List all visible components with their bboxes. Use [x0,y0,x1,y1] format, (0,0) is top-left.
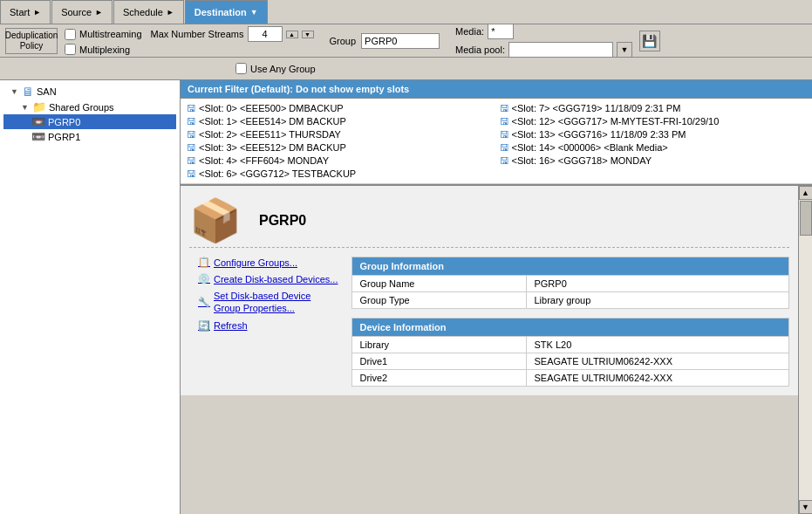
dedup-policy-button[interactable]: Deduplication Policy [5,28,58,54]
max-streams-input[interactable]: 4 [248,26,283,42]
list-item: 🖫 <Slot: 6> <GGG712> TESTBACKUP [184,168,496,180]
scrollbar-vertical[interactable]: ▲ ▼ [798,186,812,514]
drive2-label: Drive2 [352,370,527,387]
device-info-header: Device Information [352,319,789,337]
table-row: Drive2 SEAGATE ULTRIUM06242-XXX [352,370,789,387]
list-item: 🖫 <Slot: 12> <GGG717> M-MYTEST-FRI-10/29… [497,115,809,127]
slots-grid: 🖫 <Slot: 0> <EEE500> DMBACKUP 🖫 <Slot: 7… [181,99,812,184]
tree-item-pgrp1[interactable]: 📼 PGRP1 [3,129,176,144]
table-row: Drive1 SEAGATE ULTRIUM06242-XXX [352,353,789,370]
pgrp1-icon: 📼 [31,130,45,143]
group-type-value: Library group [527,292,789,309]
save-icon[interactable]: 💾 [639,31,660,51]
group-type-label: Group Type [352,292,527,309]
drive2-value: SEAGATE ULTRIUM06242-XXX [527,370,789,387]
scrollbar-up-button[interactable]: ▲ [799,186,813,200]
multiplexing-label: Multiplexing [79,45,130,55]
list-item: 🖫 <Slot: 1> <EEE514> DM BACKUP [184,115,496,127]
pgrp0-label: PGRP0 [48,117,80,127]
group-label: Group [330,36,357,46]
tab-source-label: Source [61,7,92,17]
create-disk-icon: 💿 [198,273,210,284]
group-input[interactable] [361,33,440,49]
slot-icon: 🖫 [500,155,509,166]
refresh-icon: 🔄 [198,320,210,332]
group-detail-panel: 📦 PGRP0 📋 Configure Groups... 💿 [181,186,798,514]
configure-groups-link[interactable]: 📋 Configure Groups... [198,257,338,268]
scrollbar-track[interactable] [799,200,813,500]
list-item [497,168,809,180]
group-info-table: Group Information Group Name PGRP0 Group… [351,257,789,309]
list-item: 🖫 <Slot: 0> <EEE500> DMBACKUP [184,102,496,114]
tab-destination-arrow: ▼ [250,8,258,17]
use-any-group-checkbox[interactable] [235,63,247,74]
tab-destination[interactable]: Destination ▼ [185,0,268,24]
tab-source[interactable]: Source ► [51,0,113,24]
list-item: 🖫 <Slot: 2> <EEE511> THURSDAY [184,128,496,140]
filter-bar: Current Filter (Default): Do not show em… [181,80,812,99]
slot-icon: 🖫 [187,155,196,166]
refresh-link[interactable]: 🔄 Refresh [198,320,338,332]
shared-groups-expand-icon: ▼ [21,103,30,112]
tab-destination-label: Destination [194,7,247,17]
pgrp0-icon: 📼 [31,115,45,128]
tab-source-arrow: ► [95,8,103,17]
media-pool-input[interactable] [508,42,613,58]
tab-start-arrow: ► [33,8,41,17]
group-name-value: PGRP0 [527,276,789,292]
configure-groups-icon: 📋 [198,257,210,268]
use-any-group-label: Use Any Group [250,64,316,74]
multistreaming-label: Multistreaming [79,29,142,39]
list-item: 🖫 <Slot: 4> <FFF604> MONDAY [184,154,496,167]
tab-start[interactable]: Start ► [0,0,51,24]
san-expand-icon: ▼ [10,87,19,96]
list-item: 🖫 <Slot: 3> <EEE512> DM BACKUP [184,141,496,154]
san-icon: 🖥 [22,85,34,99]
device-info-table: Device Information Library STK L20 Drive… [351,318,789,387]
tree-item-pgrp0[interactable]: 📼 PGRP0 [3,114,176,129]
group-detail-icon: 📦 [189,200,242,242]
library-value: STK L20 [527,337,789,353]
list-item: 🖫 <Slot: 7> <GGG719> 11/18/09 2:31 PM [497,102,809,114]
media-pool-label: Media pool: [455,45,505,55]
scrollbar-down-button[interactable]: ▼ [799,500,813,514]
set-disk-link[interactable]: 🔧 Set Disk-based Device Group Properties… [198,290,329,315]
pgrp1-label: PGRP1 [48,132,80,142]
drive1-label: Drive1 [352,353,527,370]
media-label: Media: [455,26,484,37]
group-info-header: Group Information [352,257,789,276]
media-pool-dropdown[interactable]: ▼ [617,42,632,58]
slot-icon: 🖫 [500,103,509,113]
max-streams-label: Max Number Streams [151,29,244,39]
streams-up-button[interactable]: ▲ [286,31,298,38]
list-item: 🖫 <Slot: 13> <GGG716> 11/18/09 2:33 PM [497,128,809,140]
scrollbar-thumb[interactable] [800,201,812,236]
table-row: Group Name PGRP0 [352,276,789,292]
slot-icon: 🖫 [500,116,509,127]
tree-item-san[interactable]: ▼ 🖥 SAN [3,84,176,99]
right-panel: Current Filter (Default): Do not show em… [181,80,812,514]
multistreaming-checkbox[interactable] [65,29,76,40]
slot-icon: 🖫 [187,116,196,127]
group-header: 📦 PGRP0 [189,195,789,248]
tab-schedule[interactable]: Schedule ► [113,0,184,24]
slot-icon: 🖫 [500,142,509,153]
slot-icon: 🖫 [187,142,196,153]
tree-panel: ▼ 🖥 SAN ▼ 📁 Shared Groups 📼 PGRP0 📼 PGRP… [0,80,181,514]
streams-down-button[interactable]: ▼ [302,31,314,38]
shared-groups-icon: 📁 [32,100,46,113]
group-name-label: Group Name [352,276,527,292]
media-input[interactable] [488,24,514,39]
group-detail-title: PGRP0 [252,213,306,229]
slot-icon: 🖫 [187,168,196,179]
list-item: 🖫 <Slot: 16> <GGG718> MONDAY [497,154,809,167]
set-disk-icon: 🔧 [198,296,210,308]
multiplexing-checkbox[interactable] [65,44,76,55]
tab-start-label: Start [10,7,30,17]
create-disk-link[interactable]: 💿 Create Disk-based Devices... [198,273,338,284]
tree-item-shared-groups[interactable]: ▼ 📁 Shared Groups [3,99,176,114]
slot-icon: 🖫 [500,129,509,140]
shared-groups-label: Shared Groups [49,102,114,113]
drive1-value: SEAGATE ULTRIUM06242-XXX [527,353,789,370]
slot-icon: 🖫 [187,103,196,113]
